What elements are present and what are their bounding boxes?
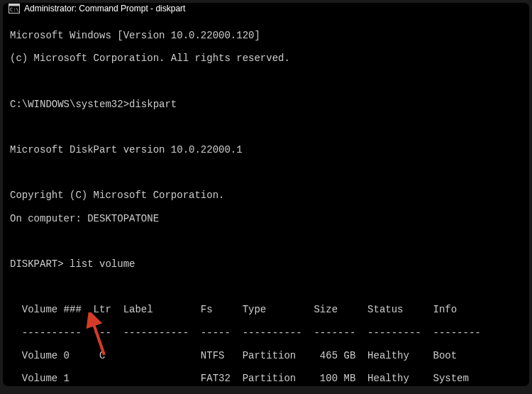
blank-line bbox=[10, 281, 522, 292]
command-text: list volume bbox=[70, 258, 135, 270]
blank-line bbox=[10, 121, 522, 133]
command-prompt-window: C:\ Administrator: Command Prompt - disk… bbox=[3, 3, 529, 386]
table-row: Volume 1 FAT32 Partition 100 MB Healthy … bbox=[10, 373, 522, 384]
prompt-line-2: DISKPART> list volume bbox=[10, 258, 522, 270]
diskpart-banner-2: Copyright (C) Microsoft Corporation. bbox=[10, 190, 522, 201]
banner-line-1: Microsoft Windows [Version 10.0.22000.12… bbox=[10, 30, 522, 41]
blank-line bbox=[10, 167, 522, 178]
table-header: Volume ### Ltr Label Fs Type Size Status… bbox=[10, 304, 522, 315]
svg-rect-1 bbox=[9, 4, 20, 6]
titlebar[interactable]: C:\ Administrator: Command Prompt - disk… bbox=[3, 3, 529, 14]
blank-line bbox=[10, 75, 522, 87]
diskpart-banner-3: On computer: DESKTOPATONE bbox=[10, 213, 522, 224]
prompt-text: C:\WINDOWS\system32> bbox=[10, 99, 129, 110]
banner-line-2: (c) Microsoft Corporation. All rights re… bbox=[10, 53, 522, 64]
diskpart-banner-1: Microsoft DiskPart version 10.0.22000.1 bbox=[10, 144, 522, 155]
table-divider: ---------- --- ----------- ----- -------… bbox=[10, 327, 522, 339]
terminal-area[interactable]: Microsoft Windows [Version 10.0.22000.12… bbox=[3, 14, 529, 386]
svg-text:C:\: C:\ bbox=[10, 7, 19, 13]
blank-line bbox=[10, 236, 522, 247]
titlebar-title: Administrator: Command Prompt - diskpart bbox=[24, 4, 523, 13]
table-row: Volume 0 C NTFS Partition 465 GB Healthy… bbox=[10, 350, 522, 361]
prompt-text: DISKPART> bbox=[10, 258, 64, 270]
prompt-line-1: C:\WINDOWS\system32>diskpart bbox=[10, 99, 522, 110]
command-text: diskpart bbox=[129, 99, 177, 110]
cmd-icon: C:\ bbox=[9, 3, 20, 14]
